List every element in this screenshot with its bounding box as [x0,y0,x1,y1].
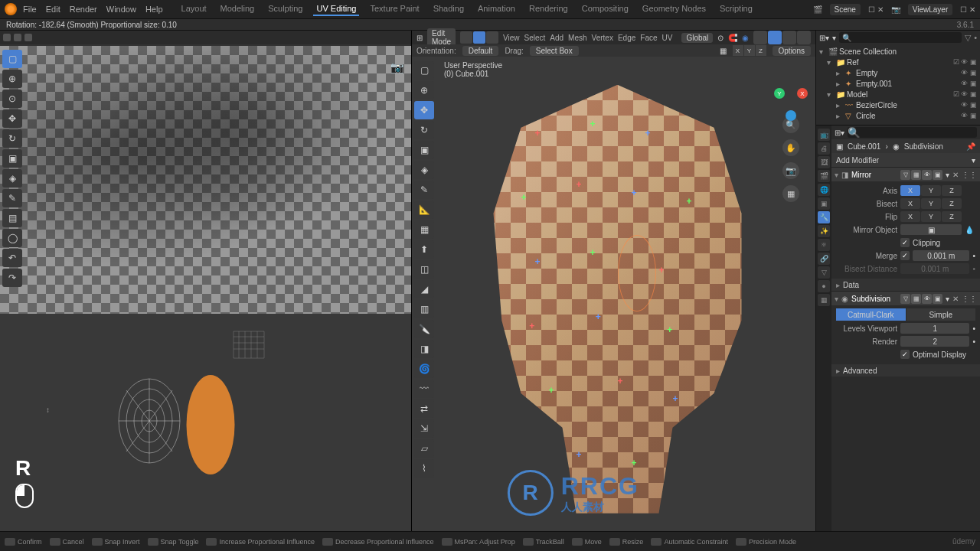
outliner-item-empty001[interactable]: ▸✦Empty.001👁 ▣ [819,78,977,89]
ptab-viewlayer[interactable]: 🖼 [818,156,830,168]
uv-tool-rotate[interactable]: ↻ [2,129,22,148]
proportional-icon[interactable]: ◉ [742,34,749,42]
shading-solid[interactable] [768,31,782,44]
tab-scripting[interactable]: Scripting [717,2,756,16]
tab-animation[interactable]: Animation [475,2,518,16]
vp-tool-measure[interactable]: 📐 [414,201,434,219]
outliner-filter-icon[interactable]: ▽ [965,33,971,43]
scene-selector[interactable]: Scene [830,4,861,15]
ptab-output[interactable]: 🖨 [818,142,830,155]
optimal-display-checkbox[interactable] [900,350,910,359]
uv-tool-pinch[interactable]: ↷ [2,269,22,287]
vp-menu-edge[interactable]: Edge [618,34,635,42]
uv-tool-rip[interactable]: ▤ [2,209,22,227]
props-search-input[interactable] [848,127,977,138]
tab-texture-paint[interactable]: Texture Paint [367,2,422,16]
mirror-y[interactable]: Y [744,45,755,56]
mirror-object-field[interactable]: ▣ [900,224,962,235]
mirror-flip-x[interactable]: X [900,211,920,222]
subdiv-type-simple[interactable]: Simple [906,308,976,321]
tab-rendering[interactable]: Rendering [526,2,571,16]
vp-tool-transform[interactable]: ◈ [414,161,434,179]
ptab-render[interactable]: 📺 [818,129,830,141]
vp-tool-smooth[interactable]: 〰 [414,380,434,398]
mirror-bisect-x[interactable]: X [900,198,920,209]
uv-tool-relax[interactable]: ↶ [2,249,22,267]
outliner-collection-model[interactable]: ▾📁Model☑ 👁 ▣ [819,89,977,99]
uv-tool-grab[interactable]: ◯ [2,229,22,247]
uv-tool-move[interactable]: ✥ [2,109,22,128]
uv-editor-top[interactable]: ▢ ⊕ ⊙ ✥ ↻ ▣ ◈ ✎ ▤ ◯ ↶ ↷ 📷 [0,31,411,314]
vp-tool-select[interactable]: ▢ [414,61,434,80]
uv-toggle-icon[interactable] [24,34,32,41]
subdiv-advanced-section[interactable]: ▸Advanced [831,364,980,377]
vp-tool-spin[interactable]: 🌀 [414,360,434,378]
gizmo-y-axis[interactable]: Y [774,88,785,99]
select-mode-face[interactable] [486,31,498,44]
outliner-new-icon[interactable]: • [974,33,977,42]
outliner-tree[interactable]: ▾🎬Scene Collection ▾📁Ref☑ 👁 ▣ ▸✦Empty👁 ▣… [816,44,980,122]
uv-tool-transform[interactable]: ◈ [2,169,22,187]
outliner-display-icon[interactable]: ▾ [832,34,836,42]
mirror-bisect-z[interactable]: Z [942,198,962,209]
vp-tool-rip[interactable]: ⌇ [414,459,434,478]
vp-tool-rotate[interactable]: ↻ [414,121,434,139]
vp-menu-view[interactable]: View [503,34,520,42]
pivot-icon[interactable]: ⊙ [717,34,724,42]
gizmo-x-axis[interactable]: X [797,88,808,99]
vp-menu-uv[interactable]: UV [662,34,673,42]
ptab-modifiers[interactable]: 🔧 [818,211,830,223]
uv-toggle-icon[interactable] [14,34,21,41]
ptab-scene[interactable]: 🎬 [818,170,830,182]
scene-buttons[interactable]: ☐ ✕ [868,5,884,14]
menu-help[interactable]: Help [145,5,163,14]
mirror-data-section[interactable]: ▸Data [831,279,980,291]
uv-tool-annotation[interactable]: ⊙ [2,90,22,108]
tab-geometry-nodes[interactable]: Geometry Nodes [639,2,709,16]
mirror-z[interactable]: Z [756,45,766,56]
uv-tool-select[interactable]: ⊕ [2,70,22,88]
vp-menu-add[interactable]: Add [550,34,564,42]
shading-rendered[interactable] [797,31,811,44]
viewlayer-buttons[interactable]: ☐ ✕ [960,5,975,14]
menu-file[interactable]: File [23,5,37,14]
levels-viewport-field[interactable]: 1 [900,323,969,334]
shading-matpreview[interactable] [782,31,796,44]
breadcrumb-mod[interactable]: Subdivision [904,142,943,151]
mirror-axis-z[interactable]: Z [942,185,962,196]
outliner-type-icon[interactable]: ⊞▾ [819,34,829,42]
vp-tool-shrink[interactable]: ⇲ [414,419,434,438]
vp-menu-face[interactable]: Face [640,34,657,42]
uv-toggle-icon[interactable] [3,34,11,41]
vp-tool-knife[interactable]: 🔪 [414,320,434,338]
menu-edit[interactable]: Edit [46,5,60,14]
vp-tool-bevel[interactable]: ◢ [414,280,434,298]
uv-editor-bottom[interactable]: ↕ R [0,314,411,531]
vp-tool-polybuild[interactable]: ◨ [414,340,434,358]
outliner-item-beziercircle[interactable]: ▸〰BezierCircle👁 ▣ [819,99,977,110]
mesh-edit-icon[interactable]: ▦ [720,47,727,55]
move-view-icon[interactable]: ✋ [782,139,799,156]
outliner-search-input[interactable] [839,32,962,43]
ptab-constraints[interactable]: 🔗 [818,253,830,265]
ptab-particles[interactable]: ✨ [818,225,830,237]
camera-view-icon[interactable]: 📷 [782,162,799,179]
eyedropper-icon[interactable]: 💧 [965,226,975,234]
snap-icon[interactable]: 🧲 [728,34,737,42]
vp-tool-loopcut[interactable]: ▥ [414,300,434,318]
mirror-flip-z[interactable]: Z [942,211,962,222]
vp-menu-vertex[interactable]: Vertex [592,34,613,42]
ptab-texture[interactable]: ▦ [818,294,830,306]
mirror-x[interactable]: X [733,45,743,56]
mirror-close-icon[interactable]: ✕ [952,171,959,179]
outliner-item-circle[interactable]: ▸▽Circle👁 ▣ [819,110,977,121]
vp-tool-scale[interactable]: ▣ [414,141,434,159]
menu-window[interactable]: Window [106,5,136,14]
vp-tool-shear[interactable]: ▱ [414,439,434,458]
drag-dropdown[interactable]: Select Box [530,46,579,56]
outliner-collection-ref[interactable]: ▾📁Ref☑ 👁 ▣ [819,57,977,67]
add-modifier-button[interactable]: Add Modifier ▾ [831,153,980,167]
subdiv-close-icon[interactable]: ✕ [952,295,959,303]
vp-tool-cursor[interactable]: ⊕ [414,81,434,99]
vp-tool-extrude[interactable]: ⬆ [414,240,434,259]
